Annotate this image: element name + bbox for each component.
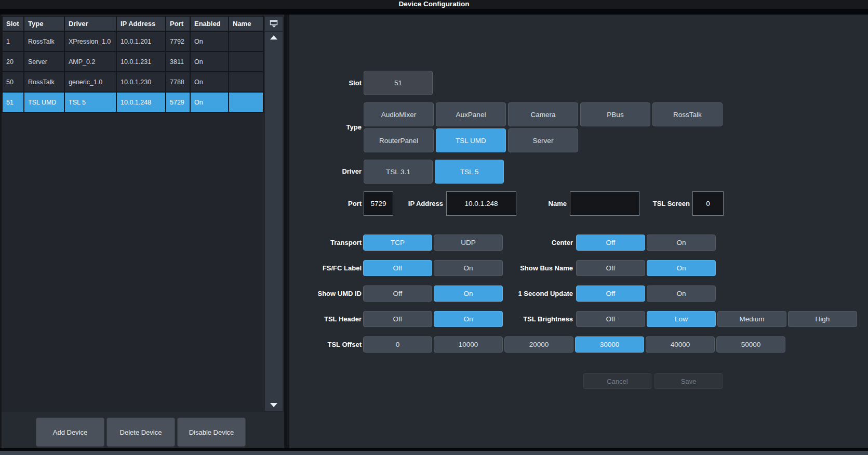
device-list-panel: SlotTypeDriverIP AddressPortEnabledName … xyxy=(0,15,284,448)
device-table-container: SlotTypeDriverIP AddressPortEnabledName … xyxy=(2,16,284,412)
cell-slot: 50 xyxy=(3,72,23,92)
table-header-row: SlotTypeDriverIP AddressPortEnabledName xyxy=(3,17,263,31)
cell-driver: AMP_0.2 xyxy=(65,52,116,71)
table-scrollbar xyxy=(264,16,284,412)
column-header-driver[interactable]: Driver xyxy=(65,17,116,31)
tsl-brightness-label: TSL Brightness xyxy=(466,311,573,327)
one-second-update-option-group: OffOn xyxy=(576,285,716,302)
column-header-enabled[interactable]: Enabled xyxy=(191,17,228,31)
type-option-auxpanel[interactable]: AuxPanel xyxy=(436,102,506,126)
cell-name xyxy=(229,72,263,92)
tsl-offset-option-10000[interactable]: 10000 xyxy=(434,336,503,353)
name-label: Name xyxy=(487,191,567,216)
column-header-ip-address[interactable]: IP Address xyxy=(117,17,165,31)
delete-device-button[interactable]: Delete Device xyxy=(106,418,175,447)
ip-address-label: IP Address xyxy=(367,191,443,216)
driver-option-tsl-3-1[interactable]: TSL 3.1 xyxy=(364,160,433,184)
device-row-50[interactable]: 50RossTalkgeneric_1.010.0.1.2307788On xyxy=(3,72,263,92)
transport-label: Transport xyxy=(289,235,362,251)
column-header-port[interactable]: Port xyxy=(166,17,190,31)
cancel-button[interactable]: Cancel xyxy=(583,373,651,389)
transport-option-tcp[interactable]: TCP xyxy=(363,235,432,251)
slot-field[interactable]: 51 xyxy=(364,71,433,95)
scroll-down-icon[interactable] xyxy=(270,403,277,407)
device-list-actions: Add DeviceDelete DeviceDisable Device xyxy=(0,418,284,448)
window-title: Device Configuration xyxy=(0,0,868,9)
one-second-update-label: 1 Second Update xyxy=(466,285,573,302)
cell-type: Server xyxy=(24,52,64,71)
cell-slot: 1 xyxy=(3,32,23,51)
type-label: Type xyxy=(289,102,362,152)
disable-device-button[interactable]: Disable Device xyxy=(177,418,246,447)
tsl-offset-option-0[interactable]: 0 xyxy=(363,336,432,353)
show-bus-name-option-off[interactable]: Off xyxy=(576,260,645,276)
tsl-header-option-off[interactable]: Off xyxy=(363,311,432,327)
show-bus-name-option-on[interactable]: On xyxy=(647,260,716,276)
device-row-20[interactable]: 20ServerAMP_0.210.0.1.2313811On xyxy=(3,52,263,71)
cell-type: TSL UMD xyxy=(24,93,64,112)
column-header-name[interactable]: Name xyxy=(229,17,263,31)
device-row-1[interactable]: 1RossTalkXPression_1.010.0.1.2017792On xyxy=(3,32,263,51)
scroll-up-icon[interactable] xyxy=(270,35,277,40)
show-bus-name-label: Show Bus Name xyxy=(466,260,573,276)
cell-port: 7788 xyxy=(166,72,190,92)
fs-fc-label-option-off[interactable]: Off xyxy=(363,260,432,276)
column-header-slot[interactable]: Slot xyxy=(3,17,23,31)
cell-ip-address: 10.0.1.230 xyxy=(117,72,165,92)
cell-ip-address: 10.0.1.201 xyxy=(117,32,165,51)
1-second-update-option-off[interactable]: Off xyxy=(576,285,645,302)
cell-type: RossTalk xyxy=(24,32,64,51)
cell-driver: generic_1.0 xyxy=(65,72,116,92)
driver-option-tsl-5[interactable]: TSL 5 xyxy=(435,160,504,184)
tsl-offset-option-40000[interactable]: 40000 xyxy=(646,336,715,353)
device-settings-panel: Slot 51 Type AudioMixerAuxPanelCameraPBu… xyxy=(289,15,868,448)
device-row-51[interactable]: 51TSL UMDTSL 510.0.1.2485729On xyxy=(3,93,263,112)
column-header-type[interactable]: Type xyxy=(24,17,64,31)
tsl-offset-option-30000[interactable]: 30000 xyxy=(575,336,644,353)
cell-driver: TSL 5 xyxy=(65,93,116,112)
cell-type: RossTalk xyxy=(24,72,64,92)
add-device-button[interactable]: Add Device xyxy=(36,418,104,447)
center-option-group: OffOn xyxy=(576,235,716,251)
cell-enabled: On xyxy=(191,72,228,92)
type-option-routerpanel[interactable]: RouterPanel xyxy=(364,128,434,152)
cell-enabled: On xyxy=(191,93,228,112)
tsl-offset-option-20000[interactable]: 20000 xyxy=(504,336,573,353)
cell-ip-address: 10.0.1.231 xyxy=(117,52,165,71)
tsl-brightness-option-medium[interactable]: Medium xyxy=(717,311,786,327)
scrollbar-track[interactable] xyxy=(265,32,283,411)
show-umd-id-label: Show UMD ID xyxy=(289,285,362,302)
tsl-brightness-option-high[interactable]: High xyxy=(788,311,857,327)
type-option-tsl-umd[interactable]: TSL UMD xyxy=(436,128,506,152)
type-option-camera[interactable]: Camera xyxy=(508,102,578,126)
tsl-screen-label: TSL Screen xyxy=(611,191,690,216)
panel-divider xyxy=(284,15,289,448)
center-option-on[interactable]: On xyxy=(647,235,716,251)
cell-name xyxy=(229,52,263,71)
tsl-offset-option-group: 01000020000300004000050000 xyxy=(363,336,785,353)
type-option-rosstalk[interactable]: RossTalk xyxy=(652,102,723,126)
driver-option-group: TSL 3.1TSL 5 xyxy=(364,160,504,184)
cell-driver: XPression_1.0 xyxy=(65,32,116,51)
type-option-pbus[interactable]: PBus xyxy=(580,102,650,126)
driver-label: Driver xyxy=(289,160,362,184)
save-button[interactable]: Save xyxy=(655,373,723,389)
show-umd-id-option-off[interactable]: Off xyxy=(363,285,432,302)
cell-name xyxy=(229,93,263,112)
type-option-audiomixer[interactable]: AudioMixer xyxy=(364,102,434,126)
1-second-update-option-on[interactable]: On xyxy=(647,285,716,302)
cell-port: 7792 xyxy=(166,32,190,51)
column-settings-button[interactable] xyxy=(265,17,283,31)
tsl-screen-input[interactable] xyxy=(692,191,724,216)
tsl-offset-option-50000[interactable]: 50000 xyxy=(716,336,785,353)
window-left-edge xyxy=(0,15,2,448)
cell-slot: 51 xyxy=(3,93,23,112)
tsl-brightness-option-low[interactable]: Low xyxy=(647,311,716,327)
type-option-server[interactable]: Server xyxy=(508,128,578,152)
cell-ip-address: 10.0.1.248 xyxy=(117,93,165,112)
tsl-brightness-option-group: OffLowMediumHigh xyxy=(576,311,857,327)
tsl-brightness-option-off[interactable]: Off xyxy=(576,311,645,327)
cell-enabled: On xyxy=(191,52,228,71)
type-option-group: AudioMixerAuxPanelCameraPBusRossTalkRout… xyxy=(364,102,725,152)
center-option-off[interactable]: Off xyxy=(576,235,645,251)
